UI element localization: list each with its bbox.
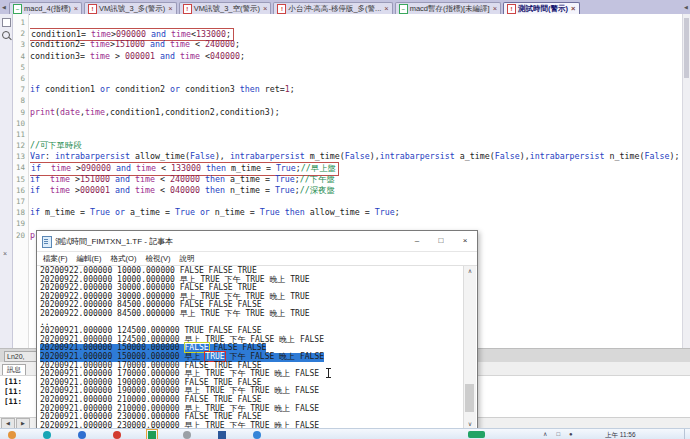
tab-close-icon[interactable]: × [168,5,172,12]
tab-strip: ~macd_4(指標)×!VM訊號_3_多(警示)×!VM訊號_3_空(警示)×… [8,0,682,14]
text-segment: then [205,174,225,184]
notepad-text-area[interactable]: 20200922.000000 10000.000000 FALSE FALSE… [38,266,464,428]
tab-active[interactable]: !測試時間(警示)× [503,2,579,14]
text-segment [40,174,50,184]
tab-label: 小台沖-高高-移停版_多(警... [288,4,381,14]
tab-scroll-left-icon[interactable]: ◀ [0,1,8,14]
tab-close-icon[interactable]: × [571,5,575,12]
tab-item[interactable]: ~macd暫存(指標)[未編譯]× [395,2,501,14]
text-segment: if [30,207,40,217]
text-segment: or [170,84,180,94]
taskbar-app-icon[interactable] [43,431,51,439]
text-segment: n_time = [225,185,275,195]
menu-item[interactable]: 檔案(F) [43,254,68,264]
tab-close-icon[interactable]: × [263,5,267,12]
panel-close-icon[interactable]: × [3,250,7,257]
menu-item[interactable]: 格式(O) [111,254,137,264]
notepad-title-bar[interactable]: 測試時間_FIMTXN_1.TF - 記事本 – □ × [37,231,477,252]
text-segment: then [240,84,260,94]
text-segment: //深夜盤 [300,185,335,195]
menu-item[interactable]: 編輯(E) [77,254,102,264]
text-segment: ; [235,39,240,49]
code-line: print(date,time,condition1,condition2,co… [30,107,683,118]
taskbar-app-icon[interactable] [78,431,86,439]
text-segment: condition3 [180,84,240,94]
tab-messages[interactable]: 訊息 [2,364,26,375]
message-line: [11: [4,387,22,397]
text-segment: or [200,207,210,217]
tray-icon[interactable]: □ [556,430,560,439]
text-segment: > [71,163,81,173]
tab-label: VM訊號_3_多(警示) [99,4,165,14]
text-segment: True [275,174,295,184]
text-segment: ), [370,151,380,161]
code-line: if time >151000 and time < 240000 then a… [30,174,683,185]
screen: ◀ ~macd_4(指標)×!VM訊號_3_多(警示)×!VM訊號_3_空(警示… [0,0,690,439]
code-line: condition2= time>151000 and time < 24000… [30,39,683,50]
text-segment: False [190,151,215,161]
taskbar-app-icon[interactable] [253,431,261,439]
taskbar-app-icon[interactable] [148,431,156,439]
text-segment: time [171,29,191,39]
taskbar-app-icon[interactable] [183,431,191,439]
notepad-scrollbar[interactable]: ∧ ∨ [463,266,476,428]
panel-box-icon[interactable] [2,18,11,27]
code-line: condition1= time>090000 and time<133000; [30,28,683,39]
text-segment: < [155,185,170,195]
scroll-up-icon[interactable]: ∧ [464,267,476,274]
text-segment [40,185,50,195]
minimize-button[interactable]: – [405,231,429,251]
line-number: 9 [13,107,28,118]
show-desktop-button[interactable] [684,429,690,439]
taskbar-app-icon[interactable] [218,431,226,439]
line-number: 12 [13,140,28,151]
maximize-button[interactable]: □ [429,231,453,251]
text-segment: < [155,174,170,184]
editor-vertical-scrollbar[interactable] [682,14,690,348]
text-segment: ret= [260,84,285,94]
tab-item[interactable]: !小台沖-高高-移停版_多(警...× [273,2,392,14]
menu-item[interactable]: 說明 [179,254,194,264]
tab-close-icon[interactable]: × [74,5,78,12]
text-segment: allow_time = [305,207,375,217]
scrollbar-thumb[interactable] [465,384,474,412]
text-segment: n_time( [605,151,645,161]
text-segment: condition2 [110,84,170,94]
alert-file-icon: ! [183,4,192,14]
text-segment: True [276,163,296,173]
scroll-down-icon[interactable]: ∨ [464,420,476,427]
code-line: condition3= time > 000001 and time <0400… [30,51,683,62]
scrollbar-thumb[interactable] [684,18,689,78]
taskbar-green-badge[interactable] [468,431,485,438]
tray-icon[interactable]: ● [569,430,573,439]
text-segment: then [285,207,305,217]
code-line: //可下單時段 [30,140,683,151]
taskbar-app-icon[interactable] [113,431,121,439]
tab-scroll-right-icon[interactable]: ◀ [682,1,690,14]
text-segment: 133000 [196,29,226,39]
text-segment: m_time = [40,207,90,217]
text-segment: a_time = [125,207,175,217]
tab-item[interactable]: !VM訊號_3_多(警示)× [84,2,177,14]
tab-close-icon[interactable]: × [384,5,388,12]
taskbar-app-icon[interactable] [8,431,16,439]
text-segment: n_time = [210,207,260,217]
text-segment [41,163,51,173]
search-icon[interactable] [2,31,10,39]
close-button[interactable]: × [453,231,477,251]
text-segment: and [151,29,166,39]
tab-item[interactable]: !VM訊號_3_空(警示)× [179,2,272,14]
text-segment: and [115,185,130,195]
tab-item[interactable]: ~macd_4(指標)× [9,2,82,14]
text-segment: 240000 [205,39,235,49]
text-segment: 151000 [115,39,145,49]
menu-item[interactable]: 檢視(V) [145,254,170,264]
tray-icon[interactable]: ∧ [543,430,547,439]
taskbar: ∧□● 上午 11:56 [0,428,690,439]
taskbar-clock: 上午 11:56 [605,431,636,439]
text-segment: then [206,163,226,173]
tab-close-icon[interactable]: × [493,5,497,12]
log-line: 20200922.000000 84500.000000 早上 TRUE 下午 … [40,310,310,319]
text-segment: 20200921.000000 230000.000000 早上 TRUE 下午… [40,421,319,428]
text-segment: time [180,51,200,61]
